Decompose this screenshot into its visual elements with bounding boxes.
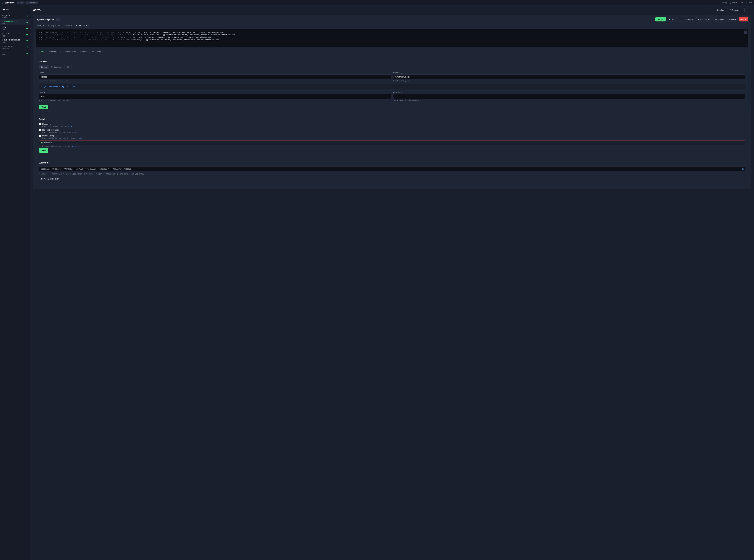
repository-label: Repository * (393, 72, 745, 74)
console-button[interactable]: ▤ Console (713, 17, 726, 21)
source-save-button[interactable]: Save (39, 105, 48, 109)
sidebar-item-n8n-name: n8n (2, 26, 6, 28)
cpu-label: CPU (36, 24, 40, 26)
log-line-4: 10.0.1.6 - - [07/Nov/2023:09:26:22 +0000… (38, 39, 747, 41)
help-label: Help (723, 1, 727, 4)
github-info-bar: ⓘ github.com / bitdoze / my-static-wp-si… (39, 84, 745, 89)
build-radio-nixpacks[interactable] (41, 142, 43, 144)
add-service-button[interactable]: + + Service (711, 8, 726, 12)
build-radio-paketo[interactable] (39, 135, 41, 137)
templates-icon: ⊞ (730, 9, 731, 11)
sidebar-item-plausible-status (26, 34, 28, 35)
build-option-dockerfile: Dockerfile Uses the "docker build" comma… (39, 123, 745, 127)
logo: ⬡ easypanel (2, 1, 15, 4)
sidebar-item-astro-db-type: mariadb (2, 16, 10, 18)
build-option-paketo-name: Paketo Buildpacks (42, 135, 59, 137)
source-tab-git[interactable]: Git (65, 65, 72, 69)
copy-webhook-button[interactable]: ⧉ (742, 167, 743, 170)
page-header-actions: + + Service ⊞ Templates ⋯ (711, 8, 751, 12)
monitor-icon: ▤ (730, 1, 732, 4)
monitor-link[interactable]: ▤ Monitor (730, 1, 739, 4)
source-tab-github[interactable]: Github (39, 65, 49, 69)
open-label: Open (731, 18, 736, 20)
service-panel: my-static-wp-site APP Deploy ⏹ Stop ↺ Fo… (33, 15, 751, 189)
more-options-button[interactable]: ⋯ (745, 8, 751, 12)
sidebar-item-plausible-db-type: postgres (2, 47, 13, 49)
build-option-heroku-desc: Uses the official buildpacks from Heroku… (39, 131, 745, 133)
sidebar-item-astro-db[interactable]: astro-db mariadb (0, 13, 30, 19)
network-metric: Network I/O 403.4 KB / 4.5 MB (64, 24, 89, 26)
webhook-url-row: http://23.88.117.41:3000/api/deploy/82be… (39, 166, 745, 171)
main-layout: astro astro-db mariadb my-static-wp-site… (0, 5, 754, 560)
sidebar-item-plausible-clickhouse-status (26, 40, 28, 41)
deploy-button[interactable]: Deploy (655, 17, 666, 21)
memory-label: Memory (47, 24, 54, 26)
monitor-label: Monitor (732, 1, 739, 4)
build-path-input[interactable] (393, 94, 745, 99)
sidebar-item-test-info: test app (2, 51, 5, 55)
console-icon: ▤ (715, 18, 717, 20)
build-option-nixpacks-desc: New way of building apps from Railway (d… (39, 145, 745, 147)
auto-deploy-button[interactable]: ✓ Auto Deploy (696, 17, 712, 21)
dockerfile-docs-link[interactable]: docs (68, 125, 72, 127)
templates-button[interactable]: ⊞ Templates (727, 8, 743, 12)
sidebar-item-my-static-wp-site[interactable]: my-static-wp-site app (0, 19, 30, 25)
destroy-button[interactable]: Destroy (739, 17, 749, 21)
source-tab-docker[interactable]: Docker Image (49, 65, 65, 69)
stop-button[interactable]: ⏹ Stop (667, 17, 677, 21)
open-button[interactable]: ↗ Open (727, 17, 737, 21)
sidebar-item-astro-db-status (26, 15, 28, 17)
tab-environment[interactable]: Environment (63, 49, 78, 54)
tab-general[interactable]: General (36, 49, 47, 54)
tab-domains[interactable]: Domains (78, 49, 90, 54)
sidebar-item-plausible-db-status (26, 46, 28, 47)
nixpacks-docs-link[interactable]: docs (72, 145, 76, 147)
sidebar-item-plausible-clickhouse-info: plausible-clickhouse app (2, 39, 20, 43)
owner-repo-row: Owner * Github username or organization … (39, 72, 745, 82)
topnav-left: ⬡ easypanel v1.24.4 23.88.117.41 (2, 1, 38, 4)
paketo-docs-link[interactable]: docs (78, 137, 82, 139)
network-label: Network I/O (64, 24, 73, 26)
sidebar-item-plausible-clickhouse[interactable]: plausible-clickhouse app (0, 38, 30, 44)
refresh-deploy-token-button[interactable]: Refresh Deploy Token (39, 177, 61, 181)
branch-input[interactable] (39, 94, 391, 99)
heroku-docs-link[interactable]: docs (73, 131, 77, 133)
sidebar: astro astro-db mariadb my-static-wp-site… (0, 5, 30, 560)
build-path-group: Build Path * This is useful if you have … (393, 91, 745, 101)
theme-icon[interactable]: ✦ (745, 1, 747, 4)
auto-deploy-icon: ✓ (698, 18, 699, 20)
settings-icon[interactable]: ⚙ (741, 1, 743, 4)
repository-input[interactable] (393, 75, 745, 79)
sidebar-item-astro-db-name: astro-db (2, 14, 10, 16)
sidebar-item-plausible[interactable]: plausible app (0, 32, 30, 38)
build-save-button[interactable]: Save (39, 148, 48, 153)
sidebar-item-n8n[interactable]: n8n app (0, 25, 30, 32)
log-line-1: 2023/11/06 19:48:30 [error] 10#10: open(… (38, 31, 747, 34)
github-info-icon: ⓘ (41, 85, 43, 88)
github-link[interactable]: github.com / bitdoze / my-static-wp-site (44, 85, 75, 88)
build-radio-dockerfile[interactable] (39, 123, 41, 125)
branch-group: Branch * This has to be a valid branch i… (39, 91, 391, 101)
sidebar-item-plausible-type: app (2, 35, 10, 37)
build-option-nixpacks: Nixpacks New way of building apps from R… (39, 141, 745, 147)
help-icon: ? (721, 1, 722, 4)
force-rebuild-button[interactable]: ↺ Force Rebuild (678, 17, 695, 21)
sidebar-item-test[interactable]: test app (0, 50, 30, 56)
help-link[interactable]: ? Help (721, 1, 727, 4)
logo-icon: ⬡ (2, 1, 4, 4)
tab-advanced[interactable]: Advanced (90, 49, 103, 54)
terminal-icon[interactable]: ⌨ (749, 1, 752, 4)
sidebar-item-plausible-db[interactable]: plausible-db postgres (0, 44, 30, 50)
owner-input[interactable] (39, 75, 391, 79)
tab-deployments[interactable]: Deployments (47, 49, 63, 54)
sidebar-item-my-static-wp-site-name: my-static-wp-site (2, 20, 17, 22)
build-option-paketo: Paketo Buildpacks Uses the official buil… (39, 135, 745, 139)
topnav: ⬡ easypanel v1.24.4 23.88.117.41 ? Help … (0, 0, 754, 5)
stop-icon: ⏹ (669, 18, 670, 20)
log-expand-button[interactable]: ⤢ (743, 31, 747, 34)
source-section: Source Github Docker Image Git Owner * G… (36, 57, 749, 112)
build-option-paketo-desc: Uses the official buildpacks from Cloud … (39, 137, 745, 139)
build-radio-heroku[interactable] (39, 129, 41, 131)
build-option-dockerfile-name: Dockerfile (42, 123, 51, 125)
sidebar-item-plausible-db-info: plausible-db postgres (2, 45, 13, 49)
